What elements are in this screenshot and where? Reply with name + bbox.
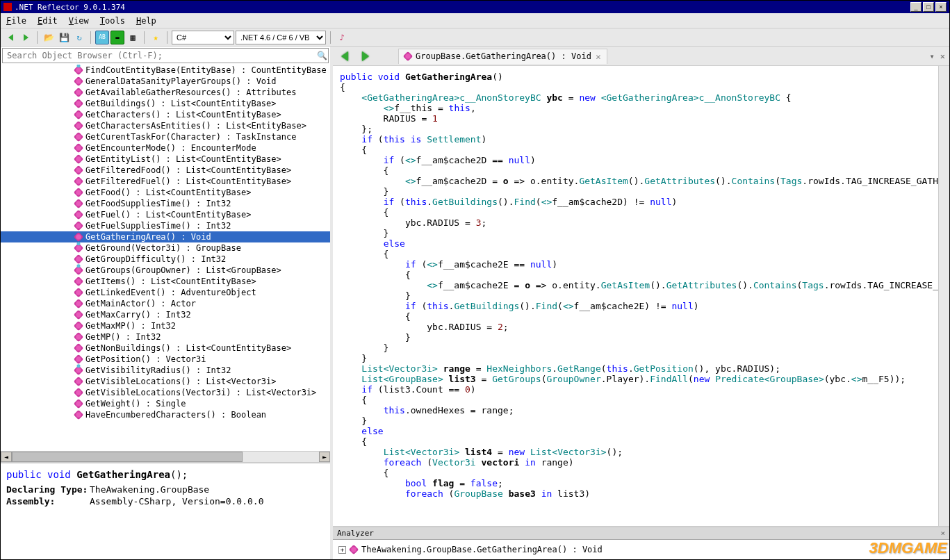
tree-item[interactable]: GetEntityList() : List<CountEntityBase> [1,154,330,165]
tree-item-label: GetGroupDifficulty() : Int32 [85,254,226,264]
tree-item[interactable]: GetVisibleLocations(Vector3i) : List<Vec… [1,387,330,398]
tool-button[interactable]: ♪ [335,31,349,44]
minimize-button[interactable]: _ [910,2,922,12]
method-icon [74,255,83,263]
code-back-button[interactable] [337,49,352,64]
method-icon [349,545,359,554]
nav-forward-button[interactable] [19,31,33,44]
code-vscrollbar[interactable] [938,66,949,526]
pin-icon[interactable]: ▾ [930,51,935,61]
nav-back-button[interactable] [3,31,17,44]
tab-close-button[interactable]: × [596,51,601,62]
method-icon [74,166,83,174]
method-icon [74,400,83,408]
framework-combo[interactable]: .NET 4.6 / C# 6 / VB [236,31,326,44]
close-button[interactable]: × [935,2,947,12]
titlebar: .NET Reflector 9.0.1.374 _ □ × [1,1,949,13]
code-viewer[interactable]: public void GetGatheringArea() { <GetGat… [333,66,938,526]
menubar: File Edit View Tools Help [1,13,949,28]
close-all-icon[interactable]: ✕ [940,51,945,61]
code-toolbar: GroupBase.GetGatheringArea() : Void × ▾ … [333,47,949,66]
method-icon [74,222,83,230]
tree-item[interactable]: GetWeight() : Single [1,398,330,409]
maximize-button[interactable]: □ [923,2,934,12]
refresh-button[interactable]: ↻ [72,31,86,44]
tree-item-label: HaveEncumberedCharacters() : Boolean [85,410,266,420]
tree-item[interactable]: GetAvailableGatherResources() : Attribut… [1,87,330,98]
menu-tools[interactable]: Tools [100,16,125,26]
search-input[interactable] [3,51,316,60]
tree-item[interactable]: GetMaxCarry() : Int32 [1,309,330,320]
tree-item[interactable]: GetEncounterMode() : EncounterMode [1,142,330,154]
tree-item[interactable]: GetFuelSuppliesTime() : Int32 [1,220,330,231]
view-mode-2-button[interactable]: ▬ [110,31,124,44]
tree-item[interactable]: HaveEncumberedCharacters() : Boolean [1,409,330,420]
tree-item[interactable]: GetItems() : List<CountEntityBase> [1,276,330,287]
tree-item-label: GetFuel() : List<CountEntityBase> [85,210,251,220]
tree-item-label: GetPosition() : Vector3i [85,354,206,364]
menu-file[interactable]: File [6,16,26,26]
tree-item[interactable]: GetLinkedEvent() : AdventureObject [1,287,330,298]
tree-item[interactable]: GetGatheringArea() : Void [1,231,330,242]
tree-item-label: GetMP() : Int32 [85,332,161,342]
toolbar: 📂 💾 ↻ AB ▬ ▦ ★ C# .NET 4.6 / C# 6 / VB ♪ [1,28,949,47]
method-icon [74,366,83,374]
tree-item[interactable]: GetMP() : Int32 [1,331,330,343]
tree-item[interactable]: GetFoodSuppliesTime() : Int32 [1,198,330,209]
tree-item[interactable]: GetFilteredFood() : List<CountEntityBase… [1,165,330,176]
save-button[interactable]: 💾 [57,31,71,44]
object-tree[interactable]: FindCoutEntityBase(EntityBase) : CountEn… [1,65,330,451]
tree-item[interactable]: GetFood() : List<CountEntityBase> [1,187,330,198]
tree-item-label: GetGround(Vector3i) : GroupBase [85,243,241,253]
method-icon [74,211,83,219]
tree-item-label: GetAvailableGatherResources() : Attribut… [85,88,296,97]
code-forward-button[interactable] [358,49,373,64]
analyzer-close-button[interactable]: × [940,529,945,538]
tree-item[interactable]: GetGround(Vector3i) : GroupBase [1,242,330,254]
view-mode-1-button[interactable]: AB [95,31,109,44]
tree-item[interactable]: GetFilteredFuel() : List<CountEntityBase… [1,176,330,187]
method-icon [74,177,83,186]
tree-item-label: GetMainActor() : Actor [85,299,196,308]
method-icon [74,344,83,352]
tree-item[interactable]: GetMaxMP() : Int32 [1,320,330,331]
bookmark-button[interactable]: ★ [149,31,163,44]
method-icon [74,99,83,108]
tree-item[interactable]: GetBuildings() : List<CountEntityBase> [1,98,330,109]
method-icon [74,133,83,141]
code-tab[interactable]: GroupBase.GetGatheringArea() : Void × [398,49,607,64]
method-icon [74,299,83,308]
language-combo[interactable]: C# [172,31,234,44]
tree-item[interactable]: GetPosition() : Vector3i [1,354,330,365]
method-icon [74,155,83,163]
tree-item[interactable]: GetVisibilityRadius() : Int32 [1,365,330,376]
method-icon [74,311,83,319]
method-icon [74,110,83,119]
summary-pane: public void GetGatheringArea(); Declarin… [1,462,330,559]
tree-item[interactable]: GetGroups(GroupOwner) : List<GroupBase> [1,265,330,276]
tree-item[interactable]: GetNonBuildings() : List<CountEntityBase… [1,343,330,354]
declaring-type-value: TheAwakening.GroupBase [90,484,209,495]
menu-help[interactable]: Help [136,16,156,26]
view-mode-3-button[interactable]: ▦ [126,31,140,44]
tree-item[interactable]: GetVisibleLocations() : List<Vector3i> [1,376,330,387]
tree-item[interactable]: GetMainActor() : Actor [1,298,330,309]
tree-item[interactable]: GetCharacters() : List<CountEntityBase> [1,109,330,120]
tree-item[interactable]: GetCharactersAsEntities() : List<EntityB… [1,120,330,131]
menu-edit[interactable]: Edit [38,16,58,26]
scroll-left-button[interactable]: ◄ [1,452,12,462]
tree-item[interactable]: GetGroupDifficulty() : Int32 [1,254,330,265]
tree-item[interactable]: GetFuel() : List<CountEntityBase> [1,209,330,220]
open-button[interactable]: 📂 [42,31,56,44]
scroll-right-button[interactable]: ► [319,452,330,462]
tree-item-label: GetNonBuildings() : List<CountEntityBase… [85,343,291,353]
search-icon[interactable]: 🔍 [316,51,328,60]
tree-item[interactable]: GetCurentTaskFor(Character) : TaskInstan… [1,131,330,142]
tree-item[interactable]: FindCoutEntityBase(EntityBase) : CountEn… [1,65,330,76]
tree-hscrollbar[interactable]: ◄ ► [1,451,330,462]
method-icon [74,277,83,286]
expand-button[interactable]: + [338,546,346,554]
menu-view[interactable]: View [69,16,89,26]
code-pane: GroupBase.GetGatheringArea() : Void × ▾ … [333,47,949,559]
tree-item[interactable]: GeneralDataSanityPlayerGroups() : Void [1,76,330,87]
